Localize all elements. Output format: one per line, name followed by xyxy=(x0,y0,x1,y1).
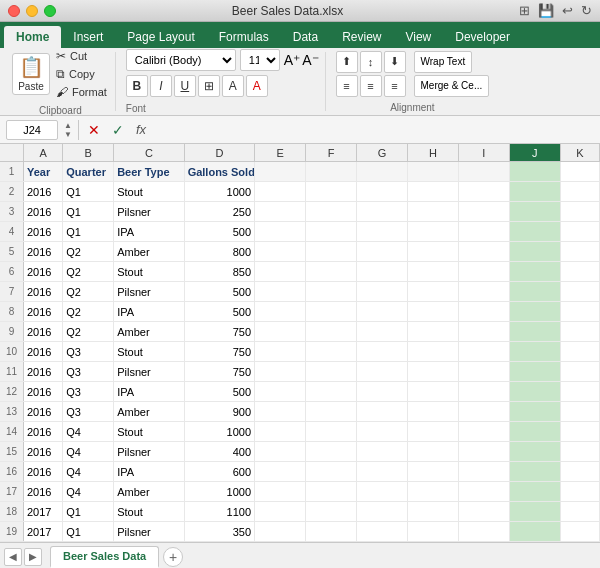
cell-c14[interactable]: Stout xyxy=(114,422,184,441)
redo-icon[interactable]: ↻ xyxy=(581,3,592,18)
cell-g5[interactable] xyxy=(357,242,408,261)
cell-h1[interactable] xyxy=(408,162,459,181)
underline-button[interactable]: U xyxy=(174,75,196,97)
cell-g8[interactable] xyxy=(357,302,408,321)
cell-e14[interactable] xyxy=(255,422,306,441)
cell-h9[interactable] xyxy=(408,322,459,341)
cell-h7[interactable] xyxy=(408,282,459,301)
col-header-j[interactable]: J xyxy=(510,144,561,161)
align-bottom-button[interactable]: ⬇ xyxy=(384,51,406,73)
cell-c17[interactable]: Amber xyxy=(114,482,184,501)
cell-e8[interactable] xyxy=(255,302,306,321)
cell-k11[interactable] xyxy=(561,362,600,381)
cell-c2[interactable]: Stout xyxy=(114,182,184,201)
cell-f19[interactable] xyxy=(306,522,357,541)
cell-f2[interactable] xyxy=(306,182,357,201)
cell-h6[interactable] xyxy=(408,262,459,281)
cell-h15[interactable] xyxy=(408,442,459,461)
cell-f3[interactable] xyxy=(306,202,357,221)
cell-b11[interactable]: Q3 xyxy=(63,362,114,381)
cell-h14[interactable] xyxy=(408,422,459,441)
col-header-a[interactable]: A xyxy=(24,144,63,161)
cell-b13[interactable]: Q3 xyxy=(63,402,114,421)
wrap-text-button[interactable]: Wrap Text xyxy=(414,51,473,73)
cell-f5[interactable] xyxy=(306,242,357,261)
cell-j15[interactable] xyxy=(510,442,561,461)
cell-a5[interactable]: 2016 xyxy=(24,242,63,261)
cell-c12[interactable]: IPA xyxy=(114,382,184,401)
cell-a19[interactable]: 2017 xyxy=(24,522,63,541)
cell-j16[interactable] xyxy=(510,462,561,481)
cell-f10[interactable] xyxy=(306,342,357,361)
cell-f7[interactable] xyxy=(306,282,357,301)
cell-b16[interactable]: Q4 xyxy=(63,462,114,481)
cell-k9[interactable] xyxy=(561,322,600,341)
cell-c1[interactable]: Beer Type xyxy=(114,162,184,181)
cell-a11[interactable]: 2016 xyxy=(24,362,63,381)
cell-c9[interactable]: Amber xyxy=(114,322,184,341)
cell-g1[interactable] xyxy=(357,162,408,181)
cell-g11[interactable] xyxy=(357,362,408,381)
cell-j14[interactable] xyxy=(510,422,561,441)
cell-ref-arrows[interactable]: ▲ ▼ xyxy=(64,121,72,139)
cell-ref-up-arrow[interactable]: ▲ xyxy=(64,121,72,130)
cell-e1[interactable] xyxy=(255,162,306,181)
cell-k15[interactable] xyxy=(561,442,600,461)
cell-h16[interactable] xyxy=(408,462,459,481)
cell-d6[interactable]: 850 xyxy=(185,262,255,281)
cell-b14[interactable]: Q4 xyxy=(63,422,114,441)
cell-g15[interactable] xyxy=(357,442,408,461)
cell-g14[interactable] xyxy=(357,422,408,441)
col-header-k[interactable]: K xyxy=(561,144,600,161)
cell-h4[interactable] xyxy=(408,222,459,241)
cell-j10[interactable] xyxy=(510,342,561,361)
cell-f14[interactable] xyxy=(306,422,357,441)
cell-c15[interactable]: Pilsner xyxy=(114,442,184,461)
col-header-h[interactable]: H xyxy=(408,144,459,161)
cell-b7[interactable]: Q2 xyxy=(63,282,114,301)
tab-view[interactable]: View xyxy=(393,26,443,48)
cell-h2[interactable] xyxy=(408,182,459,201)
cell-g7[interactable] xyxy=(357,282,408,301)
cell-g9[interactable] xyxy=(357,322,408,341)
cell-i16[interactable] xyxy=(459,462,510,481)
cell-c16[interactable]: IPA xyxy=(114,462,184,481)
col-header-e[interactable]: E xyxy=(255,144,306,161)
cell-k4[interactable] xyxy=(561,222,600,241)
formula-input[interactable] xyxy=(155,120,594,140)
cell-k3[interactable] xyxy=(561,202,600,221)
cell-b15[interactable]: Q4 xyxy=(63,442,114,461)
cell-a17[interactable]: 2016 xyxy=(24,482,63,501)
cell-d14[interactable]: 1000 xyxy=(185,422,255,441)
cell-i13[interactable] xyxy=(459,402,510,421)
cell-g17[interactable] xyxy=(357,482,408,501)
tab-data[interactable]: Data xyxy=(281,26,330,48)
font-increase-icon[interactable]: A⁺ xyxy=(284,52,300,68)
function-icon[interactable]: fx xyxy=(133,122,149,137)
cell-c8[interactable]: IPA xyxy=(114,302,184,321)
cell-f18[interactable] xyxy=(306,502,357,521)
cell-e13[interactable] xyxy=(255,402,306,421)
cell-k19[interactable] xyxy=(561,522,600,541)
cell-k12[interactable] xyxy=(561,382,600,401)
cell-e17[interactable] xyxy=(255,482,306,501)
cell-a9[interactable]: 2016 xyxy=(24,322,63,341)
cell-a16[interactable]: 2016 xyxy=(24,462,63,481)
cell-e5[interactable] xyxy=(255,242,306,261)
cell-g12[interactable] xyxy=(357,382,408,401)
cell-b17[interactable]: Q4 xyxy=(63,482,114,501)
close-button[interactable] xyxy=(8,5,20,17)
cell-c6[interactable]: Stout xyxy=(114,262,184,281)
cell-b5[interactable]: Q2 xyxy=(63,242,114,261)
cell-k1[interactable] xyxy=(561,162,600,181)
cell-b10[interactable]: Q3 xyxy=(63,342,114,361)
cell-g16[interactable] xyxy=(357,462,408,481)
cell-e2[interactable] xyxy=(255,182,306,201)
cell-j5[interactable] xyxy=(510,242,561,261)
cell-h18[interactable] xyxy=(408,502,459,521)
cell-a2[interactable]: 2016 xyxy=(24,182,63,201)
cell-c7[interactable]: Pilsner xyxy=(114,282,184,301)
cell-k16[interactable] xyxy=(561,462,600,481)
cell-b18[interactable]: Q1 xyxy=(63,502,114,521)
align-middle-button[interactable]: ↕ xyxy=(360,51,382,73)
